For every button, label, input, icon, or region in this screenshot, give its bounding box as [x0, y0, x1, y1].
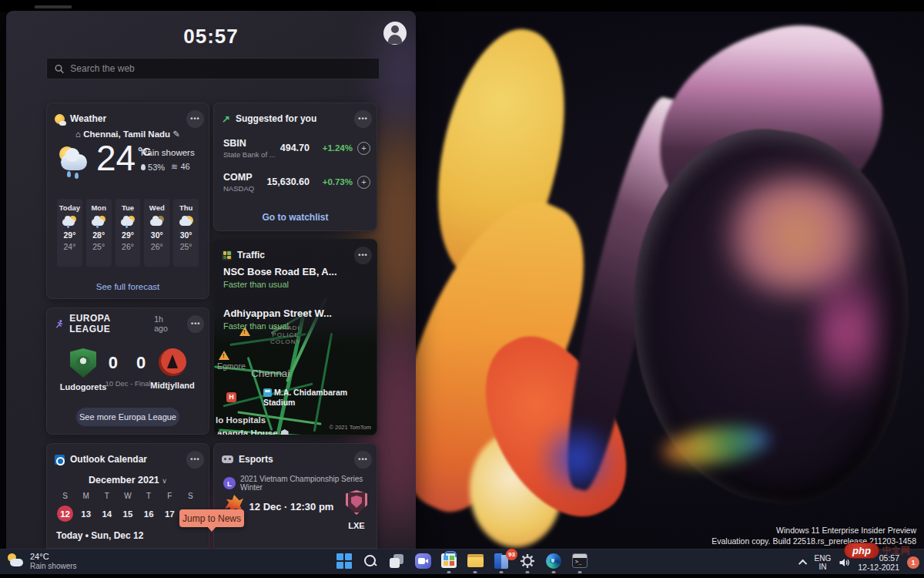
running-indicator — [447, 571, 451, 573]
calendar-month-selector[interactable]: December 2021 ∨ — [47, 475, 209, 486]
panel-clock: 05:57 — [6, 25, 416, 49]
weekday-label: W — [117, 492, 138, 500]
ludogorets-badge-icon — [70, 348, 96, 378]
calendar-date[interactable]: 14 — [96, 506, 117, 522]
calendar-date-today[interactable]: 12 — [55, 506, 75, 522]
web-search-bar[interactable] — [46, 58, 380, 79]
current-temperature: 24 — [96, 137, 136, 179]
go-to-watchlist-link[interactable]: Go to watchlist — [214, 212, 377, 223]
sports-runner-icon — [55, 319, 64, 329]
language-indicator[interactable]: ENG IN — [815, 554, 832, 571]
stadium-label: M.A. Chidambaram Stadium — [263, 388, 347, 407]
terminal-icon — [572, 553, 588, 568]
traffic-more-button[interactable]: ••• — [354, 247, 372, 264]
map-city-label: Chennai — [251, 368, 290, 379]
traffic-road-name[interactable]: Adhiyappan Street W... — [223, 307, 370, 319]
esports-more-button[interactable]: ••• — [354, 451, 372, 469]
bottom-letterbox-bar — [0, 574, 924, 578]
forecast-high: 28° — [86, 230, 112, 240]
cloud-icon — [61, 154, 87, 170]
add-to-watchlist-button[interactable]: + — [357, 142, 370, 155]
calendar-weekday-row: S M T W T F S — [55, 492, 201, 500]
top-edge-artifact — [35, 5, 72, 8]
start-button[interactable] — [334, 552, 354, 574]
forecast-day[interactable]: Thu 30° 25° — [173, 199, 199, 267]
esports-widget[interactable]: Esports ••• L 2021 Vietnam Championship … — [213, 443, 377, 549]
gear-icon — [520, 553, 535, 569]
wallpaper-shape — [816, 231, 878, 432]
running-indicator — [474, 571, 477, 573]
windows-logo-icon — [336, 553, 352, 569]
forecast-low: 26° — [116, 242, 141, 251]
microsoft-store-button[interactable] — [439, 552, 459, 574]
league-badge-icon: L — [223, 477, 236, 489]
mail-unread-badge: 93 — [506, 549, 517, 560]
forecast-day[interactable]: Wed 30° 26° — [144, 199, 169, 267]
forecast-day[interactable]: Today 29° 24° — [57, 199, 82, 267]
search-input[interactable] — [70, 63, 371, 74]
weather-widget[interactable]: Weather ••• ⌂ Chennai, Tamil Nadu ✎ 24 °… — [46, 102, 209, 299]
map-attribution: © 2021 TomTom — [326, 423, 373, 432]
calendar-date[interactable]: 16 — [139, 506, 159, 522]
see-more-europa-button[interactable]: See more Europa League — [76, 408, 179, 426]
traffic-road-name[interactable]: NSC Bose Road EB, A... — [223, 266, 370, 277]
edge-browser-icon — [546, 553, 561, 569]
stock-row[interactable]: SBIN State Bank of ... 494.70 +1.24% + — [223, 134, 370, 162]
task-view-button[interactable] — [387, 552, 407, 574]
weather-title: Weather — [70, 113, 106, 124]
running-indicator — [500, 571, 504, 573]
folder-icon — [467, 554, 484, 567]
php-logo: php — [844, 543, 879, 559]
away-score: 0 — [136, 353, 147, 373]
forecast-high: 30° — [173, 230, 199, 240]
settings-button[interactable] — [517, 552, 537, 574]
terminal-button[interactable] — [570, 552, 590, 574]
forecast-high: 29° — [57, 230, 82, 240]
raindrop-icon — [75, 173, 79, 179]
see-full-forecast-link[interactable]: See full forecast — [47, 282, 209, 291]
show-hidden-icons-chevron[interactable] — [798, 559, 807, 567]
search-button[interactable] — [360, 552, 380, 574]
weekday-label: T — [96, 492, 117, 500]
forecast-day[interactable]: Tue 29° 26° — [116, 199, 141, 267]
calendar-more-button[interactable]: ••• — [186, 451, 204, 469]
edge-button[interactable] — [544, 552, 564, 574]
weather-small-icon — [8, 553, 25, 569]
mail-button[interactable]: 93 — [491, 552, 511, 574]
running-indicator — [552, 571, 556, 573]
edit-pencil-icon[interactable]: ✎ — [170, 129, 180, 139]
wallpaper-shape — [531, 424, 624, 493]
time-ago-label: 1h ago — [154, 314, 177, 333]
chevron-down-icon: ∨ — [162, 477, 167, 485]
calendar-date[interactable]: 15 — [117, 506, 138, 522]
weather-more-button[interactable]: ••• — [186, 110, 204, 128]
europa-league-widget[interactable]: EUROPA LEAGUE 1h ago ••• Ludogorets 0 0 … — [46, 307, 209, 435]
europa-more-button[interactable]: ••• — [187, 315, 204, 333]
calendar-date[interactable]: 13 — [75, 506, 96, 522]
file-explorer-button[interactable] — [465, 552, 485, 574]
weekday-label: S — [180, 492, 201, 500]
date-label: 16 — [144, 509, 154, 519]
calendar-date[interactable]: 17 — [159, 506, 180, 522]
stocks-widget[interactable]: ↗ Suggested for you ••• SBIN State Bank … — [213, 102, 377, 231]
stock-symbol: SBIN — [223, 138, 280, 149]
weekday-label: T — [139, 492, 159, 500]
calendar-title: Outlook Calendar — [70, 454, 147, 465]
chat-button[interactable] — [413, 552, 433, 574]
esports-team-name: LXE — [344, 521, 369, 530]
calendar-today-summary: Today • Sun, Dec 12 — [56, 530, 143, 541]
outlook-calendar-widget[interactable]: Outlook Calendar ••• December 2021 ∨ S M… — [46, 443, 209, 549]
profile-avatar-button[interactable] — [383, 22, 407, 45]
weekday-label: F — [159, 492, 180, 500]
forecast-day[interactable]: Mon 28° 25° — [86, 199, 112, 267]
add-to-watchlist-button[interactable]: + — [357, 176, 370, 189]
top-letterbox-bar — [0, 0, 924, 12]
taskbar-weather-button[interactable]: 24°C Rain showers — [8, 552, 77, 570]
forecast-row: Today 29° 24° Mon 28° 25° Tue 29° 26° — [57, 199, 199, 267]
person-icon — [391, 25, 399, 33]
europa-title: EUROPA LEAGUE — [69, 313, 149, 334]
outlook-icon — [55, 455, 65, 465]
stocks-more-button[interactable]: ••• — [354, 110, 372, 128]
stock-row[interactable]: COMP NASDAQ 15,630.60 +0.73% + — [223, 168, 370, 196]
traffic-widget[interactable]: MAHADI POLICE COLONY Egmore Chennai M.A.… — [213, 239, 377, 435]
